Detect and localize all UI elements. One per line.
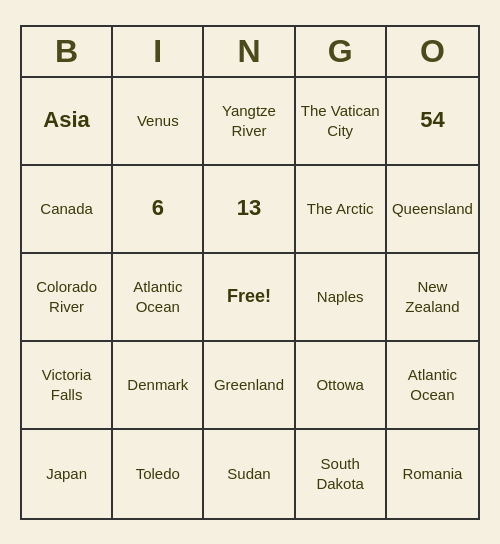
bingo-cell: South Dakota [296, 430, 387, 518]
bingo-cell: Canada [22, 166, 113, 254]
bingo-cell: Denmark [113, 342, 204, 430]
bingo-cell: Japan [22, 430, 113, 518]
header-letter: N [204, 27, 295, 76]
bingo-cell: Atlantic Ocean [387, 342, 478, 430]
bingo-cell: Yangtze River [204, 78, 295, 166]
bingo-cell: 6 [113, 166, 204, 254]
bingo-header: BINGO [22, 27, 478, 78]
bingo-cell: Naples [296, 254, 387, 342]
header-letter: B [22, 27, 113, 76]
bingo-cell: Romania [387, 430, 478, 518]
bingo-grid: AsiaVenusYangtze RiverThe Vatican City54… [22, 78, 478, 518]
bingo-cell: Ottowa [296, 342, 387, 430]
bingo-cell: The Arctic [296, 166, 387, 254]
bingo-cell: Atlantic Ocean [113, 254, 204, 342]
bingo-cell: Victoria Falls [22, 342, 113, 430]
bingo-cell: 13 [204, 166, 295, 254]
bingo-cell: 54 [387, 78, 478, 166]
bingo-cell: Greenland [204, 342, 295, 430]
bingo-cell: Toledo [113, 430, 204, 518]
bingo-cell: Asia [22, 78, 113, 166]
bingo-cell: New Zealand [387, 254, 478, 342]
bingo-cell: Venus [113, 78, 204, 166]
bingo-cell: Sudan [204, 430, 295, 518]
bingo-cell: The Vatican City [296, 78, 387, 166]
bingo-cell: Colorado River [22, 254, 113, 342]
header-letter: G [296, 27, 387, 76]
header-letter: I [113, 27, 204, 76]
free-space: Free! [204, 254, 295, 342]
bingo-card: BINGO AsiaVenusYangtze RiverThe Vatican … [20, 25, 480, 520]
header-letter: O [387, 27, 478, 76]
bingo-cell: Queensland [387, 166, 478, 254]
